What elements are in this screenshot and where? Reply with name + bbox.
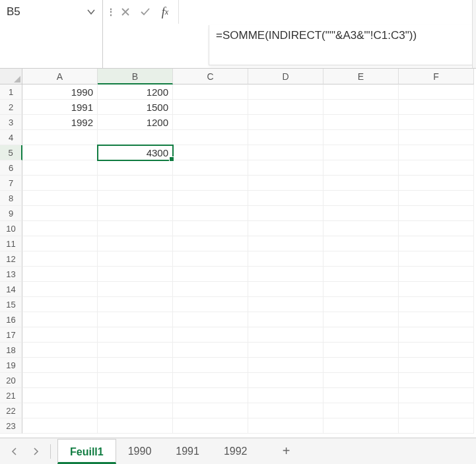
cell-F10[interactable] [399,221,474,236]
row-header-8[interactable]: 8 [0,191,22,206]
cell-B18[interactable] [98,343,173,358]
cell-B10[interactable] [98,221,173,236]
cell-C14[interactable] [173,282,248,297]
cell-D4[interactable] [248,130,323,145]
cell-D18[interactable] [248,343,323,358]
row-header-4[interactable]: 4 [0,130,22,145]
cell-E13[interactable] [323,267,399,282]
row-header-2[interactable]: 2 [0,100,22,115]
cell-F4[interactable] [399,130,474,145]
row-header-7[interactable]: 7 [0,176,22,191]
sheet-tab-1991[interactable]: 1991 [164,439,212,464]
cell-B2[interactable]: 1500 [98,100,173,115]
fx-icon[interactable]: fx [157,4,173,20]
cell-B16[interactable] [98,312,173,327]
cell-E4[interactable] [323,130,399,145]
cell-A22[interactable] [22,403,98,418]
cell-A12[interactable] [22,251,98,267]
cell-F2[interactable] [399,100,474,115]
cell-A8[interactable] [22,191,98,206]
column-header-C[interactable]: C [173,69,248,84]
cell-E12[interactable] [323,251,399,267]
cell-A16[interactable] [22,312,98,327]
cell-F6[interactable] [399,160,474,176]
cell-C18[interactable] [173,343,248,358]
cell-D3[interactable] [248,115,323,130]
cell-B19[interactable] [98,358,173,373]
cell-E11[interactable] [323,236,399,251]
cell-F20[interactable] [399,373,474,388]
cell-A4[interactable] [22,130,98,145]
column-header-D[interactable]: D [248,69,323,84]
cell-C7[interactable] [173,176,248,191]
sheet-tab-Feuill1[interactable]: Feuill1 [57,439,116,464]
cell-A15[interactable] [22,297,98,312]
cell-C12[interactable] [173,251,248,267]
cell-A7[interactable] [22,176,98,191]
cell-B13[interactable] [98,267,173,282]
cell-C3[interactable] [173,115,248,130]
cell-E15[interactable] [323,297,399,312]
column-header-A[interactable]: A [22,69,98,84]
cell-B15[interactable] [98,297,173,312]
row-header-19[interactable]: 19 [0,358,22,373]
tab-next-button[interactable] [25,441,46,462]
cell-B6[interactable] [98,160,173,176]
cell-D2[interactable] [248,100,323,115]
cell-A6[interactable] [22,160,98,176]
row-header-10[interactable]: 10 [0,221,22,236]
row-header-20[interactable]: 20 [0,373,22,388]
cell-B22[interactable] [98,403,173,418]
cell-E22[interactable] [323,403,399,418]
cell-A3[interactable]: 1992 [22,115,98,130]
cell-E23[interactable] [323,418,399,434]
row-header-5[interactable]: 5 [0,145,22,160]
cell-E19[interactable] [323,358,399,373]
row-header-15[interactable]: 15 [0,297,22,312]
cell-B21[interactable] [98,388,173,403]
cell-C6[interactable] [173,160,248,176]
cell-F1[interactable] [399,84,474,100]
cell-area[interactable]: 1990120019911500199212004300 [22,84,476,438]
cell-B8[interactable] [98,191,173,206]
cell-F5[interactable] [399,145,474,160]
row-header-18[interactable]: 18 [0,343,22,358]
cell-C19[interactable] [173,358,248,373]
cell-A10[interactable] [22,221,98,236]
cell-B4[interactable] [98,130,173,145]
cell-C11[interactable] [173,236,248,251]
cell-F15[interactable] [399,297,474,312]
cell-A5[interactable] [22,145,98,160]
cell-F8[interactable] [399,191,474,206]
cell-D22[interactable] [248,403,323,418]
cell-F11[interactable] [399,236,474,251]
cell-C2[interactable] [173,100,248,115]
cell-D8[interactable] [248,191,323,206]
cell-F16[interactable] [399,312,474,327]
cell-B7[interactable] [98,176,173,191]
row-header-14[interactable]: 14 [0,282,22,297]
cell-D5[interactable] [248,145,323,160]
cell-F22[interactable] [399,403,474,418]
cell-B20[interactable] [98,373,173,388]
cell-A9[interactable] [22,206,98,221]
cell-E1[interactable] [323,84,399,100]
cell-F17[interactable] [399,327,474,343]
column-header-E[interactable]: E [323,69,399,84]
cell-D17[interactable] [248,327,323,343]
cell-D13[interactable] [248,267,323,282]
name-box[interactable]: B5 [0,0,102,24]
cell-A2[interactable]: 1991 [22,100,98,115]
cell-A20[interactable] [22,373,98,388]
cell-D20[interactable] [248,373,323,388]
cell-B9[interactable] [98,206,173,221]
cell-D6[interactable] [248,160,323,176]
cell-D15[interactable] [248,297,323,312]
cell-C16[interactable] [173,312,248,327]
cell-B11[interactable] [98,236,173,251]
cell-E16[interactable] [323,312,399,327]
row-header-22[interactable]: 22 [0,403,22,418]
sheet-tab-1992[interactable]: 1992 [212,439,260,464]
cell-F21[interactable] [399,388,474,403]
row-header-21[interactable]: 21 [0,388,22,403]
